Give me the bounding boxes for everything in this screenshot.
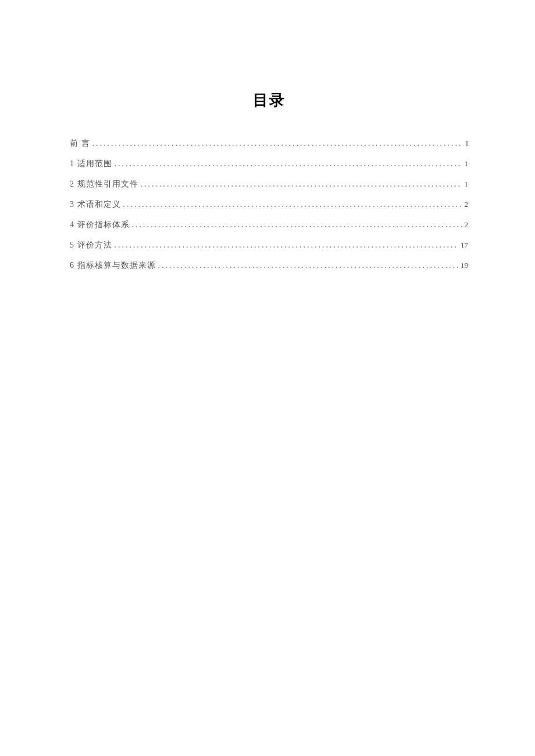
toc-dots <box>141 180 462 189</box>
toc-entry-page: 1 <box>465 159 469 169</box>
toc-entry-label: 1 适用范围 <box>70 159 112 169</box>
toc-entry-page: 2 <box>465 200 469 209</box>
toc-entry-page: 19 <box>461 261 468 270</box>
toc-entry-label: 5 评价方法 <box>70 240 112 250</box>
toc-title: 目录 <box>70 90 468 110</box>
document-page: 目录 前 言 I 1 适用范围 1 2 规范性引用文件 1 3 术语和定义 2 … <box>0 0 535 271</box>
toc-dots <box>115 159 462 169</box>
toc-entry-page: 1 <box>465 180 469 189</box>
toc-entry-label: 3 术语和定义 <box>70 199 121 210</box>
toc-entry-label: 4 评价指标体系 <box>70 220 130 230</box>
toc-dots <box>158 261 459 270</box>
toc-dots <box>132 220 462 230</box>
toc-entry-label: 6 指标核算与数据来源 <box>70 260 156 271</box>
toc-entry-page: I <box>466 139 468 148</box>
toc-entry-page: 2 <box>465 220 469 230</box>
toc-dots <box>123 200 462 209</box>
toc-dots <box>115 241 459 250</box>
toc-entry-label: 2 规范性引用文件 <box>70 179 138 189</box>
toc-entry-label: 前 言 <box>70 138 90 149</box>
toc-dots <box>92 139 463 148</box>
toc-entry: 2 规范性引用文件 1 <box>70 179 468 189</box>
toc-entry-page: 17 <box>461 241 468 250</box>
toc-entry: 1 适用范围 1 <box>70 159 468 169</box>
toc-list: 前 言 I 1 适用范围 1 2 规范性引用文件 1 3 术语和定义 2 4 评… <box>70 138 468 271</box>
toc-entry: 前 言 I <box>70 138 468 149</box>
toc-entry: 3 术语和定义 2 <box>70 199 468 210</box>
toc-entry: 6 指标核算与数据来源 19 <box>70 260 468 271</box>
toc-entry: 5 评价方法 17 <box>70 240 468 250</box>
toc-entry: 4 评价指标体系 2 <box>70 220 468 230</box>
